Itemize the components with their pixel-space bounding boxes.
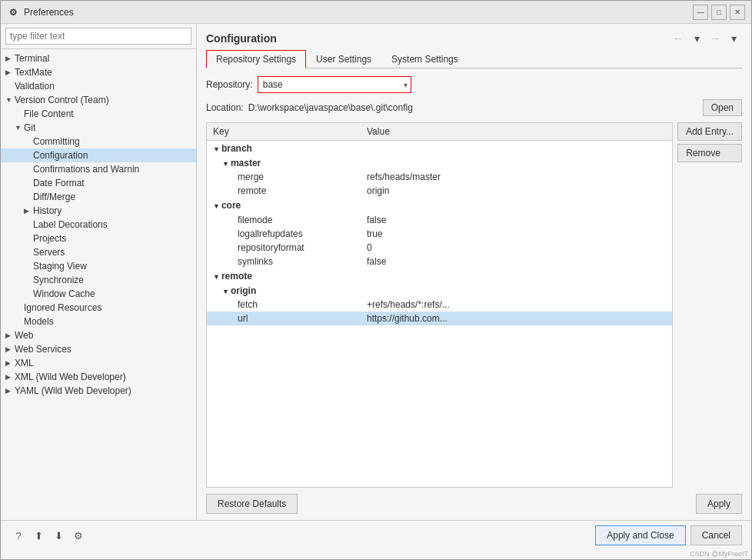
- sidebar-item-textmate[interactable]: ▶ TextMate: [1, 65, 196, 79]
- main-content: ▶ Terminal▶ TextMate Validation▼ Version…: [1, 24, 751, 520]
- repo-select[interactable]: base: [258, 77, 401, 92]
- tab-repo-settings[interactable]: Repository Settings: [206, 50, 306, 68]
- sidebar-item-ignored-resources[interactable]: Ignored Resources: [1, 301, 196, 315]
- sidebar-item-terminal[interactable]: ▶ Terminal: [1, 52, 196, 65]
- table-row[interactable]: filemodefalse: [207, 213, 672, 227]
- forward-dropdown-button[interactable]: ▾: [725, 30, 742, 47]
- table-row[interactable]: mergerefs/heads/master: [207, 170, 672, 184]
- sidebar-item-label: Web Services: [15, 344, 191, 355]
- add-entry-button[interactable]: Add Entry...: [677, 122, 742, 141]
- config-table: Key Value ▼branch▼mastermergerefs/heads/…: [207, 123, 672, 325]
- remove-button[interactable]: Remove: [677, 144, 742, 162]
- minimize-button[interactable]: —: [693, 5, 708, 20]
- restore-defaults-button[interactable]: Restore Defaults: [206, 494, 298, 514]
- sidebar-item-git[interactable]: ▼ Git: [1, 121, 196, 135]
- sidebar-item-confirmations[interactable]: Confirmations and Warnin: [1, 162, 196, 176]
- row-key: url: [207, 312, 361, 325]
- footer-actions: Apply and Close Cancel: [595, 525, 742, 545]
- sidebar-item-label: Diff/Merge: [33, 192, 191, 202]
- sidebar-item-web-services[interactable]: ▶ Web Services: [1, 342, 196, 356]
- settings-icon-button[interactable]: ⚙: [70, 527, 87, 544]
- sidebar-item-label: Date Format: [33, 178, 191, 188]
- apply-close-button[interactable]: Apply and Close: [595, 525, 685, 545]
- sidebar-item-servers[interactable]: Servers: [1, 245, 196, 259]
- cancel-button[interactable]: Cancel: [690, 525, 742, 545]
- title-bar: ⚙ Preferences — □ ✕: [1, 1, 751, 24]
- sidebar-item-configuration[interactable]: Configuration: [1, 148, 196, 162]
- table-row[interactable]: urlhttps://github.com...: [207, 312, 672, 325]
- subsection-key: ▼origin: [207, 284, 672, 298]
- apply-button[interactable]: Apply: [696, 494, 742, 514]
- sidebar-item-synchronize[interactable]: Synchronize: [1, 273, 196, 287]
- row-key: filemode: [207, 213, 361, 227]
- sidebar-item-projects[interactable]: Projects: [1, 232, 196, 245]
- table-actions: Add Entry... Remove: [677, 122, 742, 488]
- sidebar-item-label: Configuration: [33, 150, 191, 161]
- tree-arrow-icon: [15, 304, 24, 312]
- watermark: CSDN @MyFreeIT: [1, 550, 751, 559]
- sidebar-item-date-format[interactable]: Date Format: [1, 176, 196, 190]
- table-row[interactable]: ▼master: [207, 156, 672, 170]
- export-button[interactable]: ⬆: [30, 527, 47, 544]
- table-row[interactable]: repositoryformat0: [207, 241, 672, 255]
- sidebar-item-label-decorations[interactable]: Label Decorations: [1, 218, 196, 232]
- search-input[interactable]: [5, 28, 191, 45]
- tab-system-settings[interactable]: System Settings: [381, 50, 468, 68]
- sidebar-item-window-cache[interactable]: Window Cache: [1, 287, 196, 301]
- table-row[interactable]: ▼origin: [207, 284, 672, 298]
- sidebar-item-xml-wild[interactable]: ▶ XML (Wild Web Developer): [1, 370, 196, 384]
- subsection-key: ▼master: [207, 156, 672, 170]
- row-value: false: [361, 255, 672, 268]
- sidebar-item-yaml-wild[interactable]: ▶ YAML (Wild Web Developer): [1, 384, 196, 398]
- tree-arrow-icon: [5, 82, 15, 90]
- tree-arrow-icon: ▶: [5, 68, 15, 76]
- tree-arrow-icon: [24, 262, 33, 270]
- tree-arrow-icon: ▼: [5, 96, 15, 104]
- tree-arrow-icon: [24, 165, 33, 173]
- table-row[interactable]: symlinksfalse: [207, 255, 672, 268]
- sidebar: ▶ Terminal▶ TextMate Validation▼ Version…: [1, 24, 197, 520]
- close-button[interactable]: ✕: [730, 5, 745, 20]
- table-row[interactable]: ▼remote: [207, 268, 672, 284]
- row-value: false: [361, 213, 672, 227]
- sidebar-item-history[interactable]: ▶ History: [1, 204, 196, 218]
- forward-button[interactable]: →: [707, 30, 724, 47]
- tree-arrow-icon: ▼: [15, 124, 24, 132]
- table-row[interactable]: ▼core: [207, 198, 672, 213]
- sidebar-item-validation[interactable]: Validation: [1, 79, 196, 93]
- sidebar-item-label: Staging View: [33, 261, 191, 272]
- tree-arrow-icon: [24, 248, 33, 256]
- sidebar-item-label: Confirmations and Warnin: [33, 164, 191, 175]
- location-label: Location:: [206, 102, 244, 113]
- table-row[interactable]: logallrefupdatestrue: [207, 227, 672, 241]
- sidebar-item-staging-view[interactable]: Staging View: [1, 259, 196, 273]
- tree-arrow-icon: ▶: [24, 207, 33, 215]
- sidebar-item-label: Models: [24, 316, 191, 327]
- nav-dropdown-button[interactable]: ▾: [688, 30, 705, 47]
- open-button[interactable]: Open: [703, 99, 742, 116]
- search-box: [1, 24, 196, 49]
- table-row[interactable]: fetch+refs/heads/*:refs/...: [207, 298, 672, 312]
- sidebar-item-xml[interactable]: ▶ XML: [1, 356, 196, 370]
- table-row[interactable]: ▼branch: [207, 141, 672, 157]
- row-value: +refs/heads/*:refs/...: [361, 298, 672, 312]
- repo-select-wrapper: base ▾: [258, 76, 411, 93]
- sidebar-item-diff-merge[interactable]: Diff/Merge: [1, 190, 196, 204]
- sidebar-item-committing[interactable]: Committing: [1, 135, 196, 148]
- panel-title: Configuration: [206, 32, 277, 45]
- back-button[interactable]: ←: [670, 30, 687, 47]
- sidebar-item-label: File Content: [24, 108, 191, 119]
- window-controls: — □ ✕: [693, 5, 745, 20]
- sidebar-item-version-control[interactable]: ▼ Version Control (Team): [1, 93, 196, 107]
- tree-arrow-icon: ▶: [5, 55, 15, 62]
- table-row[interactable]: remoteorigin: [207, 184, 672, 198]
- sidebar-item-web[interactable]: ▶ Web: [1, 328, 196, 342]
- tree-arrow-icon: [24, 193, 33, 201]
- help-button[interactable]: ?: [10, 527, 27, 544]
- import-button[interactable]: ⬇: [50, 527, 67, 544]
- sidebar-item-models[interactable]: Models: [1, 315, 196, 328]
- tab-user-settings[interactable]: User Settings: [306, 50, 381, 68]
- panel-body: Repository SettingsUser SettingsSystem S…: [197, 50, 751, 520]
- sidebar-item-file-content[interactable]: File Content: [1, 107, 196, 121]
- maximize-button[interactable]: □: [711, 5, 727, 20]
